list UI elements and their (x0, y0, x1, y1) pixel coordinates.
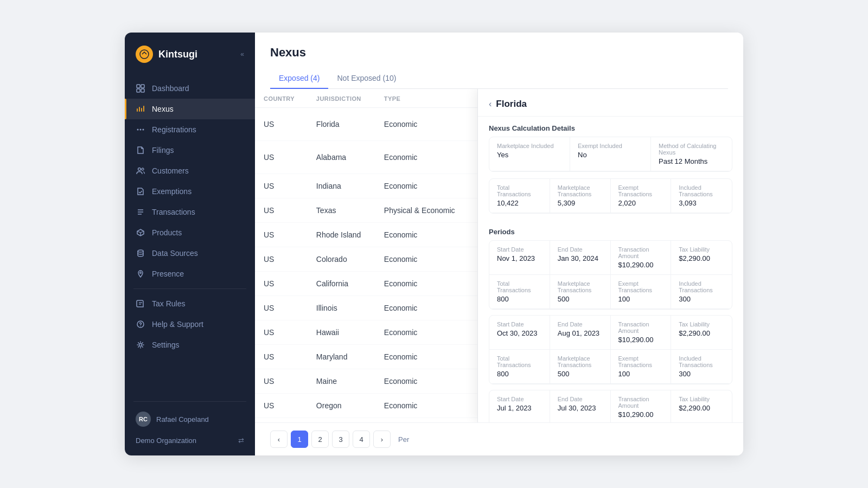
calc-label-method: Method of Calculating Nexus (659, 143, 724, 156)
period-start-date: Start Date Nov 1, 2023 (489, 241, 550, 275)
period-block-2: Start Date Jul 1, 2023 End Date Jul 30, … (489, 390, 732, 422)
sidebar-item-data-sources[interactable]: Data Sources (125, 243, 255, 264)
sidebar-item-filings[interactable]: Filings (125, 140, 255, 160)
tab-exposed[interactable]: Exposed (4) (270, 68, 328, 89)
org-section[interactable]: Demo Organization ⇄ (125, 432, 255, 449)
detail-panel: ‹ Florida Nexus Calculation Details Mark… (477, 89, 743, 422)
database-icon (136, 248, 145, 258)
total-cell-marketplace-tx: Marketplace Transactions 5,309 (550, 179, 611, 213)
sidebar-item-transactions[interactable]: Transactions (125, 202, 255, 222)
pagination: ‹ 1 2 3 4 › Per (255, 422, 743, 455)
cell-type: Economic (375, 296, 471, 320)
page-prev-button[interactable]: ‹ (270, 431, 288, 448)
page-2-button[interactable]: 2 (311, 431, 329, 448)
period-exempt-tx: Exempt Transactions 100 (611, 275, 672, 309)
book-icon (136, 299, 145, 309)
main-content: Nexus Exposed (4) Not Exposed (10) COUNT… (255, 33, 743, 455)
sidebar-item-exemptions[interactable]: Exemptions (125, 181, 255, 202)
sidebar-item-dashboard[interactable]: Dashboard (125, 78, 255, 99)
tab-not-exposed[interactable]: Not Exposed (10) (328, 68, 405, 89)
svg-point-22 (139, 344, 142, 346)
cell-jurisdiction: Texas (308, 198, 375, 223)
page-title: Nexus (270, 46, 728, 60)
sidebar-item-registrations[interactable]: Registrations (125, 119, 255, 140)
period-exempt-tx: Exempt Transactions 100 (611, 350, 672, 384)
cell-jurisdiction: Maine (308, 369, 375, 394)
cell-jurisdiction: Florida (308, 108, 375, 141)
sidebar-item-help-support-label: Help & Support (152, 320, 203, 329)
col-country: COUNTRY (255, 89, 308, 108)
cell-type: Economic (375, 247, 471, 272)
sidebar-item-help-support[interactable]: Help & Support (125, 314, 255, 335)
sidebar-divider-2 (133, 401, 246, 402)
total-label-marketplace-tx: Marketplace Transactions (558, 184, 603, 197)
period-tx-row: Total Transactions 800 Marketplace Trans… (489, 350, 732, 384)
svg-point-6 (140, 129, 142, 131)
sidebar-item-customers[interactable]: Customers (125, 160, 255, 181)
total-label-total-tx: Total Transactions (497, 184, 542, 197)
sidebar-item-tax-rules[interactable]: Tax Rules (125, 293, 255, 314)
period-start-date: Start Date Jul 1, 2023 (489, 390, 550, 422)
svg-rect-1 (137, 85, 140, 88)
svg-point-5 (137, 129, 139, 131)
logo-text: Kintsugi (158, 49, 197, 60)
calc-value-method: Past 12 Months (659, 157, 724, 165)
cell-type: Economic (375, 174, 471, 198)
sidebar-item-data-sources-label: Data Sources (152, 249, 198, 258)
cell-jurisdiction: Alabama (308, 141, 375, 174)
sidebar-item-products[interactable]: Products (125, 222, 255, 243)
cell-country: US (255, 247, 308, 272)
sidebar-item-transactions-label: Transactions (152, 208, 195, 216)
detail-title: Florida (496, 99, 527, 110)
cell-type: Economic (375, 394, 471, 418)
period-dates-row: Start Date Nov 1, 2023 End Date Jan 30, … (489, 241, 732, 275)
period-dates-row: Start Date Oct 30, 2023 End Date Aug 01,… (489, 316, 732, 350)
svg-rect-4 (141, 89, 144, 92)
totals-grid: Total Transactions 10,422 Marketplace Tr… (489, 178, 732, 214)
page-1-button[interactable]: 1 (291, 431, 308, 448)
period-marketplace-tx: Marketplace Transactions 500 (550, 350, 611, 384)
calc-label-marketplace: Marketplace Included (497, 143, 562, 149)
cell-country: US (255, 272, 308, 296)
cell-country: US (255, 296, 308, 320)
cell-country: US (255, 394, 308, 418)
sidebar-item-tax-rules-label: Tax Rules (152, 299, 185, 308)
svg-point-8 (138, 168, 141, 171)
user-section[interactable]: RC Rafael Copeland (125, 406, 255, 432)
gear-icon (136, 340, 145, 350)
period-tax-liability: Tax Liability $2,290.00 (671, 241, 732, 275)
calc-cell-method: Method of Calculating Nexus Past 12 Mont… (651, 137, 732, 171)
calc-label-exempt: Exempt Included (578, 143, 643, 149)
sidebar-item-settings[interactable]: Settings (125, 335, 255, 355)
settings-dots-icon (136, 125, 145, 134)
period-tax-liability: Tax Liability $2,290.00 (671, 316, 732, 350)
sidebar-item-products-label: Products (152, 228, 182, 237)
cell-type: Economic (375, 345, 471, 369)
svg-point-21 (140, 326, 141, 326)
sidebar-item-presence[interactable]: Presence (125, 264, 255, 284)
bar-chart-icon (136, 104, 145, 114)
back-button[interactable]: ‹ (489, 99, 492, 109)
total-value-marketplace-tx: 5,309 (558, 199, 603, 207)
svg-line-14 (137, 232, 141, 233)
cell-jurisdiction: Illinois (308, 296, 375, 320)
detail-section-nexus-calc: Nexus Calculation Details (478, 117, 743, 137)
total-label-included-tx: Included Transactions (679, 184, 724, 197)
sidebar-collapse-button[interactable]: « (240, 50, 244, 58)
page-next-button[interactable]: › (373, 431, 391, 448)
sidebar-item-dashboard-label: Dashboard (152, 84, 189, 93)
page-3-button[interactable]: 3 (332, 431, 349, 448)
period-included-tx: Included Transactions 300 (671, 275, 732, 309)
calc-cell-marketplace: Marketplace Included Yes (489, 137, 570, 171)
total-value-total-tx: 10,422 (497, 199, 542, 207)
page-4-button[interactable]: 4 (353, 431, 370, 448)
period-end-date: End Date Aug 01, 2023 (550, 316, 611, 350)
period-start-date: Start Date Oct 30, 2023 (489, 316, 550, 350)
cell-country: US (255, 369, 308, 394)
total-label-exempt-tx: Exempt Transactions (618, 184, 663, 197)
sidebar-item-exemptions-label: Exemptions (152, 187, 192, 196)
list-icon (136, 207, 145, 217)
period-tx-amount: Transaction Amount $10,290.00 (611, 316, 672, 350)
svg-point-16 (138, 250, 143, 252)
sidebar-item-nexus[interactable]: Nexus (125, 99, 255, 119)
